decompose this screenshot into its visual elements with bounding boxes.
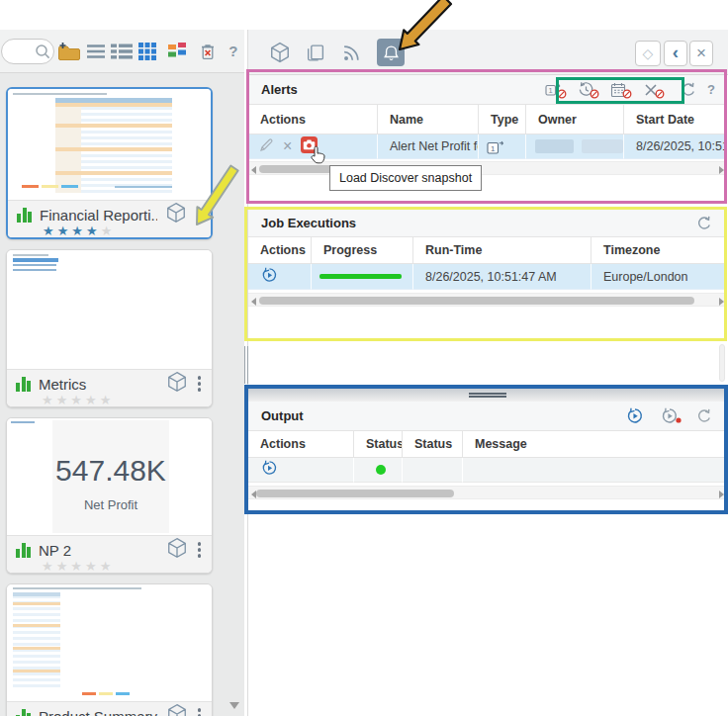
card-more-menu[interactable] (195, 205, 203, 224)
column-header[interactable]: Message (463, 431, 727, 458)
viewsheet-chart-icon (16, 543, 31, 558)
card-footer: Financial Reporti... ★★★★★ (8, 200, 211, 237)
card-title: Metrics (39, 376, 158, 393)
output-horizontal-scrollbar[interactable] (248, 486, 727, 499)
card-title: NP 2 (39, 542, 158, 559)
column-header[interactable]: Name (378, 105, 479, 134)
column-header[interactable]: Type (479, 105, 526, 134)
splitter-grip[interactable] (469, 393, 506, 398)
card-more-menu[interactable] (196, 706, 204, 716)
card-np2[interactable]: 547.48K Net Profit NP 2 ★★★★★ (6, 417, 213, 574)
output-restart-failed-button[interactable] (659, 405, 681, 427)
card-product-summary[interactable]: Product Summary (6, 583, 213, 716)
restart-job-icon[interactable] (261, 267, 278, 287)
viewsheet-cube-button[interactable] (268, 41, 292, 64)
schedule-disabled-button[interactable] (607, 79, 629, 101)
column-header[interactable]: Timezone (592, 237, 727, 264)
refresh-icon (696, 216, 712, 231)
panel-toolbar: ◇ ‹ × (248, 30, 728, 75)
sidebar-toolbar: ? (0, 30, 244, 73)
bell-icon (382, 44, 401, 62)
copies-button[interactable] (303, 41, 326, 64)
scrollbar-thumb[interactable] (259, 297, 694, 305)
job-timezone-cell: Europe/London (592, 264, 727, 290)
scroll-right-arrow-icon[interactable] (719, 298, 724, 306)
delete-alert-icon[interactable]: × (283, 139, 292, 153)
retry-disabled-button[interactable] (575, 79, 596, 101)
run-now-disabled-button[interactable]: 1 (542, 79, 564, 101)
pin-panel-button[interactable]: ◇ (635, 41, 661, 66)
red-dot-badge (676, 409, 682, 427)
card-more-menu[interactable] (196, 374, 204, 394)
sidebar-help-button[interactable]: ? (222, 39, 244, 64)
scroll-right-arrow-icon[interactable] (719, 491, 724, 498)
column-header[interactable]: Start Date (624, 105, 727, 134)
alert-owner-cell (526, 134, 624, 159)
detail-view-button[interactable] (111, 39, 134, 64)
job-runtime-cell: 8/26/2025, 10:51:47 AM (413, 264, 592, 290)
feed-button[interactable] (339, 41, 363, 64)
alerts-bell-button[interactable] (377, 39, 405, 66)
tile-view-button[interactable] (166, 39, 189, 64)
jobs-refresh-button[interactable] (693, 213, 715, 234)
svg-text:1: 1 (549, 86, 553, 95)
output-splitter-bar[interactable] (248, 389, 727, 402)
cube-icon (166, 371, 188, 397)
close-panel-button[interactable]: × (689, 41, 713, 66)
restart-icon (626, 407, 644, 425)
recycle-bin-button[interactable] (196, 39, 219, 64)
output-message-cell (463, 458, 727, 483)
edit-alert-icon[interactable] (259, 137, 274, 155)
refresh-icon (696, 408, 712, 424)
kpi-label: Net Profit (52, 497, 169, 512)
scroll-left-arrow-icon[interactable] (251, 298, 256, 306)
progress-bar (319, 274, 402, 279)
panel-vertical-scrollbar[interactable] (719, 344, 725, 382)
alerts-help-button[interactable]: ? (707, 82, 715, 97)
jobs-table-row[interactable]: 8/26/2025, 10:51:47 AM Europe/London (248, 264, 727, 290)
restart-output-icon[interactable] (261, 460, 278, 480)
collapse-panel-button[interactable]: ‹ (664, 41, 687, 66)
cube-icon (269, 42, 291, 63)
alert-type-cell: 1 (479, 134, 526, 159)
new-folder-icon (57, 42, 81, 61)
prohibited-overlay-icon (655, 85, 665, 103)
output-table-row[interactable] (248, 458, 727, 483)
card-financial-reporting[interactable]: Financial Reporti... ★★★★★ (6, 87, 213, 239)
cube-icon (165, 202, 187, 227)
card-more-menu[interactable] (196, 540, 204, 560)
kpi-value: 547.48K (52, 454, 169, 488)
column-header[interactable]: Progress (312, 237, 413, 264)
grid-view-button[interactable] (136, 39, 159, 64)
output-refresh-button[interactable] (693, 405, 715, 427)
recycle-bin-icon (199, 43, 217, 60)
sidebar-scroll-down-arrow[interactable] (229, 702, 239, 709)
card-metrics-thumbnail (7, 250, 212, 369)
card-footer: Product Summary (7, 701, 212, 716)
column-header[interactable]: Actions (248, 237, 312, 264)
owner-redacted-block (535, 139, 574, 153)
app-window: ? (0, 0, 728, 716)
scroll-right-arrow-icon[interactable] (719, 166, 724, 174)
output-table-header: Actions Status Status Message (248, 431, 727, 458)
output-title: Output (261, 408, 304, 423)
column-header[interactable]: Actions (248, 105, 378, 134)
list-view-button[interactable] (85, 39, 108, 64)
column-header[interactable]: Status (354, 431, 403, 458)
column-header[interactable]: Actions (248, 431, 354, 458)
column-header[interactable]: Owner (526, 105, 624, 134)
jobs-horizontal-scrollbar[interactable] (248, 293, 727, 307)
column-header[interactable]: Status (403, 431, 463, 458)
panel-vertical-splitter[interactable] (244, 346, 248, 384)
scroll-left-arrow-icon[interactable] (251, 166, 256, 174)
alerts-refresh-button[interactable] (678, 79, 699, 101)
layers-copy-icon (305, 43, 325, 63)
scrollbar-thumb[interactable] (256, 490, 454, 497)
card-metrics[interactable]: Metrics ★★★★★ (6, 249, 213, 407)
new-folder-button[interactable] (57, 39, 81, 64)
list-view-icon (86, 44, 106, 59)
column-header[interactable]: Run-Time (413, 237, 592, 264)
output-restart-button[interactable] (624, 405, 646, 427)
cancel-disabled-button[interactable] (640, 79, 662, 101)
tooltip: Load Discover snapshot (329, 165, 482, 191)
